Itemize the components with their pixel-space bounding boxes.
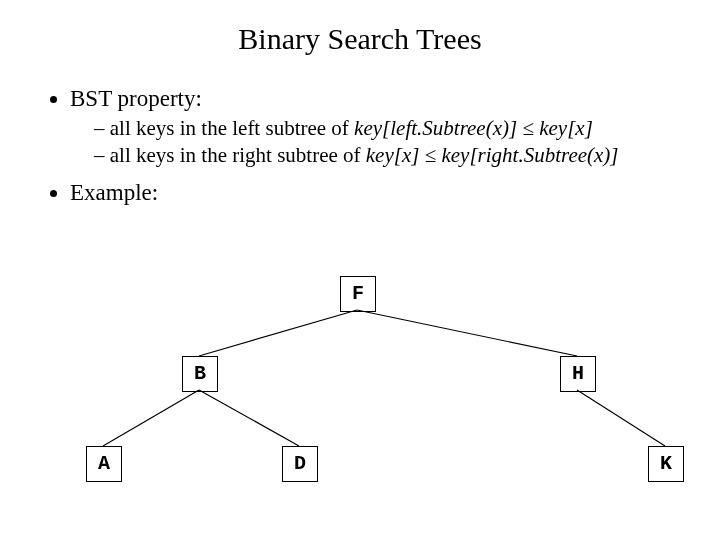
slide-title: Binary Search Trees [0, 0, 720, 56]
sub1-b: key[left.Subtree(x)] [354, 116, 517, 140]
slide-body: BST property: all keys in the left subtr… [0, 56, 720, 206]
sub2-d: key[right.Subtree(x)] [441, 143, 618, 167]
tree-node-f: F [340, 276, 376, 312]
bullet-example: Example: [70, 180, 684, 206]
tree-node-k: K [648, 446, 684, 482]
edge-f-h [357, 310, 577, 356]
sub1-c: ≤ [517, 116, 539, 140]
edge-b-d [199, 390, 299, 446]
bst-property-text: BST property: [70, 86, 202, 111]
example-text: Example: [70, 180, 158, 205]
outer-list: BST property: all keys in the left subtr… [46, 86, 684, 206]
sub-bullet-1: all keys in the left subtree of key[left… [94, 116, 684, 141]
tree-node-h: H [560, 356, 596, 392]
bullet-bst-property: BST property: all keys in the left subtr… [70, 86, 684, 168]
tree-node-b: B [182, 356, 218, 392]
sub1-a: all keys in the left subtree of [110, 116, 354, 140]
edge-h-k [577, 390, 665, 446]
tree-diagram: FBHADK [0, 270, 720, 530]
edge-f-b [199, 310, 357, 356]
sub2-a: all keys in the right subtree of [110, 143, 366, 167]
sub-bullet-2: all keys in the right subtree of key[x] … [94, 143, 684, 168]
edge-b-a [103, 390, 199, 446]
tree-node-a: A [86, 446, 122, 482]
sub1-d: key[x] [539, 116, 593, 140]
inner-list: all keys in the left subtree of key[left… [70, 116, 684, 168]
slide: Binary Search Trees BST property: all ke… [0, 0, 720, 540]
sub2-c: ≤ [419, 143, 441, 167]
tree-node-d: D [282, 446, 318, 482]
sub2-b: key[x] [366, 143, 420, 167]
